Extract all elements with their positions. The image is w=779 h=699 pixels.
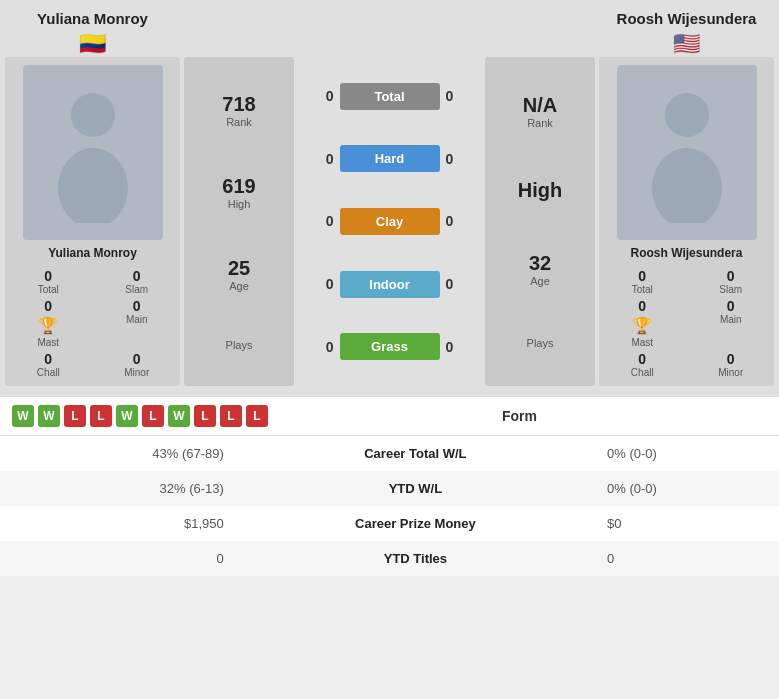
player2-main-val: 0 — [727, 298, 735, 314]
player1-plays-val: Plays — [226, 339, 253, 351]
indoor-button[interactable]: Indoor — [340, 271, 440, 298]
player2-flag: 🇺🇸 — [673, 31, 700, 57]
grass-button[interactable]: Grass — [340, 333, 440, 360]
player1-slam-label: Slam — [125, 284, 148, 295]
total-row: 0 Total 0 — [298, 83, 481, 110]
player2-mast-label: Mast — [631, 337, 653, 348]
player2-chall-val: 0 — [638, 351, 646, 367]
form-label: Form — [272, 408, 767, 424]
player1-avatar — [23, 65, 163, 240]
form-badge-7: L — [194, 405, 216, 427]
player2-chall-block: 0 Chall — [603, 351, 682, 378]
player2-chall-label: Chall — [631, 367, 654, 378]
player2-slam-block: 0 Slam — [692, 268, 771, 295]
player1-age-block: 25 Age — [228, 257, 250, 292]
form-section: W W L L W L W L L L Form — [0, 396, 779, 436]
stat-right-val: 0% (0-0) — [593, 471, 779, 506]
grass-score-right: 0 — [440, 339, 470, 355]
player1-total-block: 0 Total — [9, 268, 88, 295]
player1-high-val: 619 — [222, 175, 255, 198]
indoor-score-right: 0 — [440, 276, 470, 292]
form-badge-4: W — [116, 405, 138, 427]
trophy-icon-left: 🏆 — [38, 316, 58, 335]
hard-button[interactable]: Hard — [340, 145, 440, 172]
total-score-left: 0 — [310, 88, 340, 104]
player1-mast-label: Mast — [37, 337, 59, 348]
player1-header: Yuliana Monroy 🇨🇴 — [5, 10, 180, 57]
player2-avatar — [617, 65, 757, 240]
svg-point-0 — [71, 93, 115, 137]
grass-score-left: 0 — [310, 339, 340, 355]
form-badge-3: L — [90, 405, 112, 427]
hard-score-left: 0 — [310, 151, 340, 167]
stat-left-val: $1,950 — [0, 506, 238, 541]
stat-center-label: Career Total W/L — [238, 436, 593, 471]
player1-high-block: 619 High — [222, 175, 255, 210]
player1-main-block: 0 Main — [98, 298, 177, 348]
total-button[interactable]: Total — [340, 83, 440, 110]
player1-rank-label: Rank — [222, 116, 255, 128]
player1-main-val: 0 — [133, 298, 141, 314]
total-score-right: 0 — [440, 88, 470, 104]
player1-minor-block: 0 Minor — [98, 351, 177, 378]
player2-plays-val: Plays — [527, 337, 554, 349]
player1-slam-block: 0 Slam — [98, 268, 177, 295]
player1-flag: 🇨🇴 — [79, 31, 106, 57]
grass-row: 0 Grass 0 — [298, 333, 481, 360]
player2-name-top: Roosh Wijesundera — [617, 10, 757, 28]
player1-card: Yuliana Monroy 0 Total 0 Slam 0 🏆 Mast — [5, 57, 180, 386]
stats-row: 0 YTD Titles 0 — [0, 541, 779, 576]
player2-rank-label: Rank — [523, 117, 557, 129]
stat-left-val: 32% (6-13) — [0, 471, 238, 506]
player2-slam-label: Slam — [719, 284, 742, 295]
player2-center-stats: N/A Rank High 32 Age Plays — [485, 57, 595, 386]
player2-total-label: Total — [632, 284, 653, 295]
stat-center-label: YTD W/L — [238, 471, 593, 506]
stat-right-val: 0 — [593, 541, 779, 576]
player2-minor-block: 0 Minor — [692, 351, 771, 378]
hard-row: 0 Hard 0 — [298, 145, 481, 172]
player2-card: Roosh Wijesundera 0 Total 0 Slam 0 🏆 Mas… — [599, 57, 774, 386]
player1-name: Yuliana Monroy — [48, 246, 137, 260]
player1-chall-label: Chall — [37, 367, 60, 378]
stat-left-val: 43% (67-89) — [0, 436, 238, 471]
player2-rank-val: N/A — [523, 94, 557, 117]
form-badge-1: W — [38, 405, 60, 427]
player2-high-block: High — [518, 179, 562, 202]
player1-slam-val: 0 — [133, 268, 141, 284]
clay-button[interactable]: Clay — [340, 208, 440, 235]
stat-center-label: YTD Titles — [238, 541, 593, 576]
player2-age-val: 32 — [529, 252, 551, 275]
player1-main-label: Main — [126, 314, 148, 325]
clay-score-right: 0 — [440, 213, 470, 229]
player2-high-val: High — [518, 179, 562, 202]
form-badge-6: W — [168, 405, 190, 427]
form-badge-5: L — [142, 405, 164, 427]
player2-mast-val: 0 — [638, 298, 646, 314]
player2-age-label: Age — [529, 275, 551, 287]
player1-minor-val: 0 — [133, 351, 141, 367]
player1-high-label: High — [222, 198, 255, 210]
player2-total-block: 0 Total — [603, 268, 682, 295]
clay-score-left: 0 — [310, 213, 340, 229]
player1-minor-label: Minor — [124, 367, 149, 378]
stats-table: 43% (67-89) Career Total W/L 0% (0-0) 32… — [0, 436, 779, 576]
form-badge-2: L — [64, 405, 86, 427]
player2-name: Roosh Wijesundera — [631, 246, 743, 260]
svg-point-1 — [58, 148, 128, 223]
player1-plays-block: Plays — [226, 339, 253, 351]
player1-name-top: Yuliana Monroy — [37, 10, 148, 28]
form-badge-8: L — [220, 405, 242, 427]
player1-center-stats: 718 Rank 619 High 25 Age Plays — [184, 57, 294, 386]
stats-row: 32% (6-13) YTD W/L 0% (0-0) — [0, 471, 779, 506]
player1-mast-val: 0 — [44, 298, 52, 314]
player2-main-label: Main — [720, 314, 742, 325]
stat-left-val: 0 — [0, 541, 238, 576]
player1-age-val: 25 — [228, 257, 250, 280]
stats-row: 43% (67-89) Career Total W/L 0% (0-0) — [0, 436, 779, 471]
hard-score-right: 0 — [440, 151, 470, 167]
player1-age-label: Age — [228, 280, 250, 292]
player1-total-label: Total — [38, 284, 59, 295]
player1-chall-val: 0 — [44, 351, 52, 367]
svg-point-2 — [665, 93, 709, 137]
